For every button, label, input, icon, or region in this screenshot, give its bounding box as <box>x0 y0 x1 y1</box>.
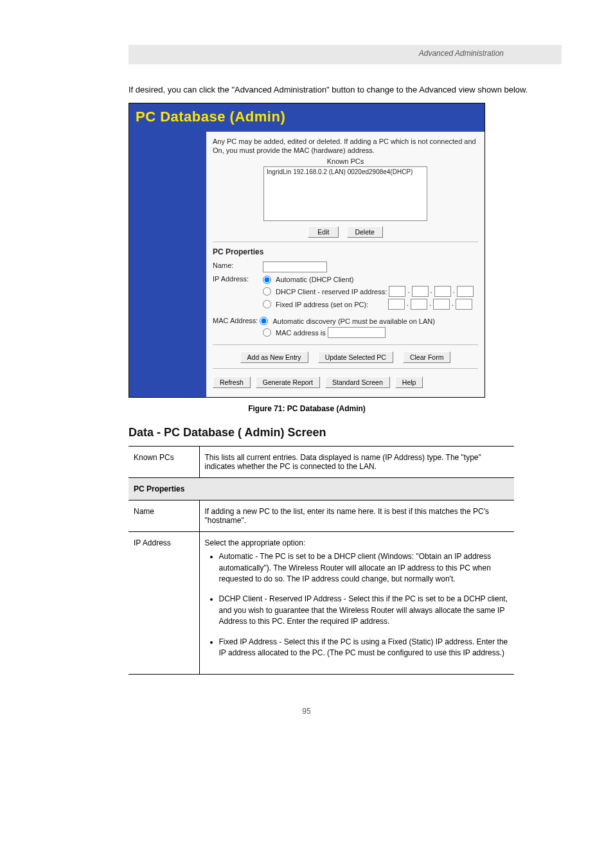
ip-label: IP Address: <box>213 275 263 283</box>
page-number: 95 <box>51 707 562 716</box>
refresh-button[interactable]: Refresh <box>213 376 251 388</box>
clear-form-button[interactable]: Clear Form <box>403 351 451 363</box>
ip-fixed-seg4[interactable] <box>456 299 472 310</box>
ip-fixed-radio[interactable] <box>263 300 271 308</box>
mac-auto-radio[interactable] <box>260 317 268 325</box>
row-known-pcs-label: Known PCs <box>129 447 199 478</box>
ip-reserved-seg1[interactable] <box>389 286 405 297</box>
mac-auto-label: Automatic discovery (PC must be availabl… <box>272 317 435 325</box>
section-header-pc-properties: PC Properties <box>129 478 514 500</box>
name-label: Name: <box>213 261 263 269</box>
panel-sidebar-empty <box>129 132 206 398</box>
ip-auto-radio[interactable] <box>263 276 271 284</box>
ip-bullet-fixed: Fixed IP Address - Select this if the PC… <box>219 637 510 659</box>
mac-input[interactable] <box>328 327 386 338</box>
panel-title: PC Database (Admin) <box>129 103 484 132</box>
ip-fixed-seg1[interactable] <box>388 299 405 310</box>
help-button[interactable]: Help <box>395 376 423 388</box>
panel-description: Any PC may be added, edited or deleted. … <box>213 137 478 155</box>
ip-reserved-label: DHCP Client - reserved IP address: <box>276 287 387 295</box>
ip-fixed-seg2[interactable] <box>411 299 427 310</box>
row-name-text: If adding a new PC to the list, enter it… <box>199 500 514 532</box>
ip-fixed-label: Fixed IP address (set on PC): <box>276 300 368 308</box>
ip-reserved-seg4[interactable] <box>457 286 474 297</box>
ip-auto-label: Automatic (DHCP Client) <box>276 276 353 283</box>
figure-caption: Figure 71: PC Database (Admin) <box>129 404 485 413</box>
name-input[interactable] <box>263 261 327 272</box>
data-table: Known PCs This lists all current entries… <box>129 446 514 675</box>
ip-reserved-seg2[interactable] <box>412 286 429 297</box>
row-ip-label: IP Address <box>129 532 199 675</box>
add-as-new-entry-button[interactable]: Add as New Entry <box>240 351 308 363</box>
mac-manual-label: MAC address is <box>276 329 326 337</box>
ip-reserved-radio[interactable] <box>263 287 271 296</box>
known-pcs-listbox[interactable]: IngridLin 192.168.0.2 (LAN) 0020ed2908e4… <box>263 166 427 221</box>
row-known-pcs-text: This lists all current entries. Data dis… <box>199 447 514 478</box>
row-name-label: Name <box>129 500 199 532</box>
ip-reserved-seg3[interactable] <box>434 286 451 297</box>
delete-button[interactable]: Delete <box>347 226 383 238</box>
mac-label: MAC Address: <box>213 317 258 324</box>
pc-database-admin-panel: PC Database (Admin) Any PC may be added,… <box>129 103 485 398</box>
ip-bullet-automatic: Automatic - The PC is set to be a DHCP c… <box>219 551 510 585</box>
edit-button[interactable]: Edit <box>308 226 339 238</box>
header-right-label: Advanced Administration <box>419 49 504 58</box>
known-pcs-item[interactable]: IngridLin 192.168.0.2 (LAN) 0020ed2908e4… <box>267 168 413 175</box>
pc-properties-heading: PC Properties <box>213 247 478 256</box>
known-pcs-label: Known PCs <box>213 157 478 165</box>
mac-manual-radio[interactable] <box>263 328 271 337</box>
row-ip-text: Select the appropriate option: Automatic… <box>199 532 514 675</box>
ip-fixed-seg3[interactable] <box>433 299 450 310</box>
intro-paragraph: If desired, you can click the "Advanced … <box>129 84 562 96</box>
ip-bullet-reserved: DCHP Client - Reserved IP Address - Sele… <box>219 594 510 627</box>
header-stripe: Advanced Administration <box>129 45 562 64</box>
update-selected-pc-button[interactable]: Update Selected PC <box>318 351 393 363</box>
table-heading: Data - PC Database ( Admin) Screen <box>129 426 562 439</box>
standard-screen-button[interactable]: Standard Screen <box>325 376 390 388</box>
generate-report-button[interactable]: Generate Report <box>256 376 320 388</box>
